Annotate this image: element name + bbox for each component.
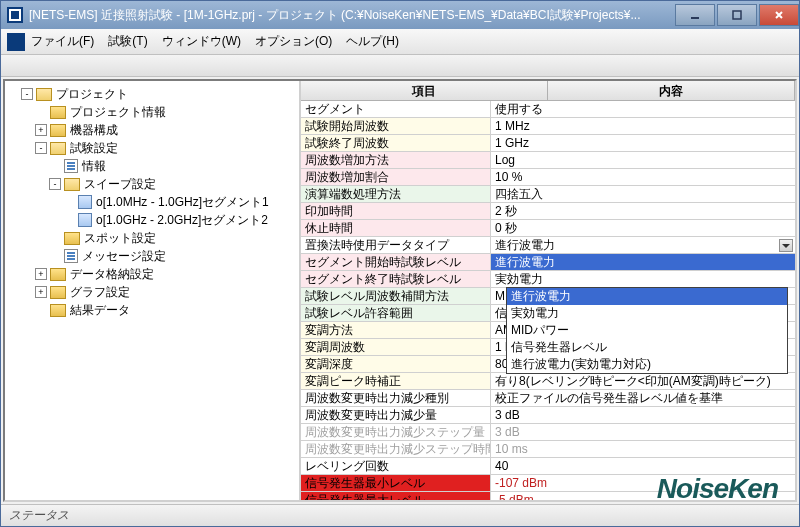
tree-label: プロジェクト情報 xyxy=(70,103,166,121)
grid-cell-value[interactable]: -107 dBm xyxy=(491,475,795,491)
grid-row[interactable]: 信号発生器最大レベル-5 dBm xyxy=(301,492,795,500)
tree-root[interactable]: -プロジェクト xyxy=(21,85,297,103)
minimize-button[interactable] xyxy=(675,4,715,26)
tree-sweep-settings[interactable]: -スイープ設定 xyxy=(49,175,297,193)
grid-cell-value[interactable]: 40 xyxy=(491,458,795,474)
grid-cell-value[interactable]: 1 GHz xyxy=(491,135,795,151)
grid-cell-key: 信号発生器最大レベル xyxy=(301,492,491,500)
tree-graph-settings[interactable]: +グラフ設定 xyxy=(35,283,297,301)
expand-icon[interactable]: + xyxy=(35,124,47,136)
grid-row[interactable]: 周波数増加割合10 % xyxy=(301,169,795,186)
project-tree[interactable]: -プロジェクト プロジェクト情報 +機器構成 -試験設定 情報 -スイープ設定 xyxy=(5,81,301,500)
dropdown-option[interactable]: 進行波電力(実効電力対応) xyxy=(507,356,787,373)
grid-cell-value[interactable]: 3 dB xyxy=(491,424,795,440)
dropdown-arrow-icon[interactable] xyxy=(779,239,793,252)
grid-row[interactable]: 信号発生器最小レベル-107 dBm xyxy=(301,475,795,492)
grid-row[interactable]: 周波数増加方法Log xyxy=(301,152,795,169)
grid-cell-value[interactable]: 10 % xyxy=(491,169,795,185)
grid-row[interactable]: セグメント使用する xyxy=(301,101,795,118)
grid-row[interactable]: 演算端数処理方法四捨五入 xyxy=(301,186,795,203)
tree-label: o[1.0GHz - 2.0GHz]セグメント2 xyxy=(96,211,268,229)
tree-test-settings[interactable]: -試験設定 xyxy=(35,139,297,157)
dropdown-option[interactable]: 信号発生器レベル xyxy=(507,339,787,356)
menu-window[interactable]: ウィンドウ(W) xyxy=(162,33,241,50)
grid-cell-key: セグメント xyxy=(301,101,491,117)
tree-segment-2[interactable]: o[1.0GHz - 2.0GHz]セグメント2 xyxy=(63,211,297,229)
grid-cell-value[interactable]: 進行波電力 xyxy=(491,254,795,270)
grid-cell-value[interactable]: 使用する xyxy=(491,101,795,117)
menu-file[interactable]: ファイル(F) xyxy=(31,33,94,50)
folder-icon xyxy=(50,142,66,155)
grid-header-key: 項目 xyxy=(301,81,548,100)
grid-header: 項目 内容 xyxy=(301,81,795,101)
grid-cell-key: 周波数増加割合 xyxy=(301,169,491,185)
grid-cell-key: セグメント終了時試験レベル xyxy=(301,271,491,287)
grid-cell-key: 周波数変更時出力減少量 xyxy=(301,407,491,423)
dropdown-option[interactable]: 実効電力 xyxy=(507,305,787,322)
grid-cell-value[interactable]: 有り8(レベリング時ピーク<印加(AM変調)時ピーク) xyxy=(491,373,795,389)
menu-option[interactable]: オプション(O) xyxy=(255,33,332,50)
tree-message-settings[interactable]: メッセージ設定 xyxy=(49,247,297,265)
window-title: [NETS-EMS] 近接照射試験 - [1M-1GHz.prj - プロジェク… xyxy=(29,7,673,24)
grid-cell-value[interactable]: 進行波電力 xyxy=(491,237,795,253)
dropdown-option[interactable]: MIDパワー xyxy=(507,322,787,339)
expand-icon[interactable]: + xyxy=(35,268,47,280)
close-button[interactable] xyxy=(759,4,799,26)
dropdown-list[interactable]: 進行波電力実効電力MIDパワー信号発生器レベル進行波電力(実効電力対応) xyxy=(506,287,788,374)
tree-data-store[interactable]: +データ格納設定 xyxy=(35,265,297,283)
grid-row[interactable]: 周波数変更時出力減少種別校正ファイルの信号発生器レベル値を基準 xyxy=(301,390,795,407)
grid-row[interactable]: セグメント終了時試験レベル実効電力 xyxy=(301,271,795,288)
grid-cell-value[interactable]: -5 dBm xyxy=(491,492,795,500)
expand-icon[interactable]: + xyxy=(35,286,47,298)
document-icon xyxy=(64,249,78,263)
tree-label: データ格納設定 xyxy=(70,265,154,283)
grid-cell-value[interactable]: 1 MHz xyxy=(491,118,795,134)
folder-icon xyxy=(50,106,66,119)
grid-cell-value[interactable]: 校正ファイルの信号発生器レベル値を基準 xyxy=(491,390,795,406)
grid-cell-key: 演算端数処理方法 xyxy=(301,186,491,202)
tree-info[interactable]: 情報 xyxy=(49,157,297,175)
grid-cell-value[interactable]: 10 ms xyxy=(491,441,795,457)
grid-cell-key: 変調ピーク時補正 xyxy=(301,373,491,389)
grid-row[interactable]: 周波数変更時出力減少ステップ時間10 ms xyxy=(301,441,795,458)
grid-cell-key: 信号発生器最小レベル xyxy=(301,475,491,491)
dropdown-option[interactable]: 進行波電力 xyxy=(507,288,787,305)
grid-cell-value[interactable]: 実効電力 xyxy=(491,271,795,287)
grid-cell-value[interactable]: 2 秒 xyxy=(491,203,795,219)
grid-cell-value[interactable]: Log xyxy=(491,152,795,168)
grid-cell-key: 休止時間 xyxy=(301,220,491,236)
grid-row[interactable]: 置換法時使用データタイプ進行波電力 xyxy=(301,237,795,254)
maximize-button[interactable] xyxy=(717,4,757,26)
toolbar-row xyxy=(1,55,799,77)
grid-row[interactable]: セグメント開始時試験レベル進行波電力 xyxy=(301,254,795,271)
grid-cell-value[interactable]: 四捨五入 xyxy=(491,186,795,202)
collapse-icon[interactable]: - xyxy=(21,88,33,100)
folder-icon xyxy=(50,304,66,317)
grid-row[interactable]: 印加時間2 秒 xyxy=(301,203,795,220)
grid-row[interactable]: 周波数変更時出力減少ステップ量3 dB xyxy=(301,424,795,441)
collapse-icon[interactable]: - xyxy=(35,142,47,154)
tree-segment-1[interactable]: o[1.0MHz - 1.0GHz]セグメント1 xyxy=(63,193,297,211)
grid-row[interactable]: 変調ピーク時補正有り8(レベリング時ピーク<印加(AM変調)時ピーク) xyxy=(301,373,795,390)
tree-result-data[interactable]: 結果データ xyxy=(35,301,297,319)
grid-row[interactable]: 休止時間0 秒 xyxy=(301,220,795,237)
grid-cell-key: セグメント開始時試験レベル xyxy=(301,254,491,270)
tree-spot-settings[interactable]: スポット設定 xyxy=(49,229,297,247)
grid-row[interactable]: 試験終了周波数1 GHz xyxy=(301,135,795,152)
grid-row[interactable]: 試験開始周波数1 MHz xyxy=(301,118,795,135)
grid-cell-key: 試験開始周波数 xyxy=(301,118,491,134)
menu-bar: ファイル(F) 試験(T) ウィンドウ(W) オプション(O) ヘルプ(H) xyxy=(1,29,799,55)
grid-row[interactable]: 周波数変更時出力減少量3 dB xyxy=(301,407,795,424)
tree-project-info[interactable]: プロジェクト情報 xyxy=(35,103,297,121)
grid-row[interactable]: レベリング回数40 xyxy=(301,458,795,475)
menu-help[interactable]: ヘルプ(H) xyxy=(346,33,399,50)
segment-icon xyxy=(78,195,92,209)
grid-cell-value[interactable]: 0 秒 xyxy=(491,220,795,236)
tree-label: 情報 xyxy=(82,157,106,175)
grid-cell-value[interactable]: 3 dB xyxy=(491,407,795,423)
menu-test[interactable]: 試験(T) xyxy=(108,33,147,50)
collapse-icon[interactable]: - xyxy=(49,178,61,190)
tree-device-config[interactable]: +機器構成 xyxy=(35,121,297,139)
grid-cell-key: レベリング回数 xyxy=(301,458,491,474)
tree-label: グラフ設定 xyxy=(70,283,130,301)
